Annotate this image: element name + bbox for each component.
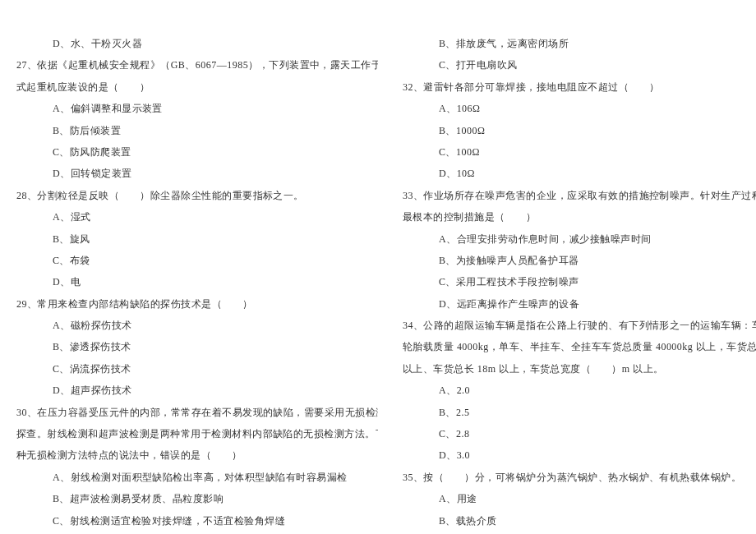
option-text: A、磁粉探伤技术 [16,315,378,336]
option-text: B、渗透探伤技术 [16,336,378,357]
option-text: B、为接触噪声人员配备护耳器 [403,250,756,271]
option-text: A、偏斜调整和显示装置 [16,98,378,119]
option-text: C、100Ω [403,141,756,163]
question-33: 33、作业场所存在噪声危害的企业，应采取有效的措施控制噪声。针对生产过程产生的噪… [403,185,756,206]
option-text: D、3.0 [403,444,756,466]
question-34: 34、公路的超限运输车辆是指在公路上行驶的、有下列情形之一的运输车辆：车辆单轴每… [403,315,756,336]
question-29: 29、常用来检查内部结构缺陷的探伤技术是（ ） [16,293,378,315]
option-text: A、射线检测对面积型缺陷检出率高，对体积型缺陷有时容易漏检 [16,467,378,488]
option-text: D、10Ω [403,163,756,184]
option-text: C、射线检测适宜检验对接焊缝，不适宜检验角焊缝 [16,510,378,532]
question-30-cont: 种无损检测方法特点的说法中，错误的是（ ） [16,444,378,466]
option-text: D、远距离操作产生噪声的设备 [403,293,756,315]
question-32: 32、避雷针各部分可靠焊接，接地电阻应不超过（ ） [403,76,756,98]
option-text: B、旋风 [16,228,378,250]
option-text: D、超声探伤技术 [16,380,378,401]
option-text: C、采用工程技术手段控制噪声 [403,271,756,292]
question-30: 30、在压力容器受压元件的内部，常常存在着不易发现的缺陷，需要采用无损检测的方法… [16,402,378,423]
option-text: C、2.8 [403,423,756,444]
option-text: C、涡流探伤技术 [16,358,378,380]
two-column-layout: D、水、干粉灭火器 27、依据《起重机械安全规程》（GB、6067—1985），… [16,33,740,534]
option-text: A、2.0 [403,380,756,401]
question-35: 35、按（ ）分，可将锅炉分为蒸汽锅炉、热水锅炉、有机热载体锅炉。 [403,467,756,488]
option-text: B、1000Ω [403,120,756,141]
option-text: A、湿式 [16,206,378,228]
question-34-cont: 轮胎载质量 4000kg，单车、半挂车、全挂车车货总质量 40000kg 以上，… [403,336,756,357]
right-column: B、排放废气，远离密闭场所 C、打开电扇吹风 32、避雷针各部分可靠焊接，接地电… [403,33,756,534]
option-text: A、合理安排劳动作息时间，减少接触噪声时间 [403,228,756,250]
question-27-cont: 式起重机应装设的是（ ） [16,76,378,98]
question-27: 27、依据《起重机械安全规程》（GB、6067—1985），下列装置中，露天工作… [16,54,378,76]
option-text: B、2.5 [403,402,756,423]
question-34-cont: 以上、车货总长 18m 以上，车货总宽度（ ）m 以上。 [403,358,756,380]
option-text: B、载热介质 [403,510,756,532]
question-33-cont: 最根本的控制措施是（ ） [403,206,756,228]
question-30-cont: 探查。射线检测和超声波检测是两种常用于检测材料内部缺陷的无损检测方法。下列关于这… [16,423,378,444]
option-text: C、打开电扇吹风 [403,54,756,76]
option-text: C、布袋 [16,250,378,271]
option-text: B、超声波检测易受材质、晶粒度影响 [16,488,378,509]
left-column: D、水、干粉灭火器 27、依据《起重机械安全规程》（GB、6067—1985），… [16,33,378,534]
option-text: B、排放废气，远离密闭场所 [403,33,756,54]
option-text: A、用途 [403,488,756,509]
option-text: C、防风防爬装置 [16,141,378,163]
option-text: D、水、干粉灭火器 [16,33,378,54]
option-text: B、防后倾装置 [16,120,378,141]
option-text: A、106Ω [403,98,756,119]
option-text: D、回转锁定装置 [16,163,378,184]
option-text: D、电 [16,271,378,292]
question-28: 28、分割粒径是反映（ ）除尘器除尘性能的重要指标之一。 [16,185,378,206]
